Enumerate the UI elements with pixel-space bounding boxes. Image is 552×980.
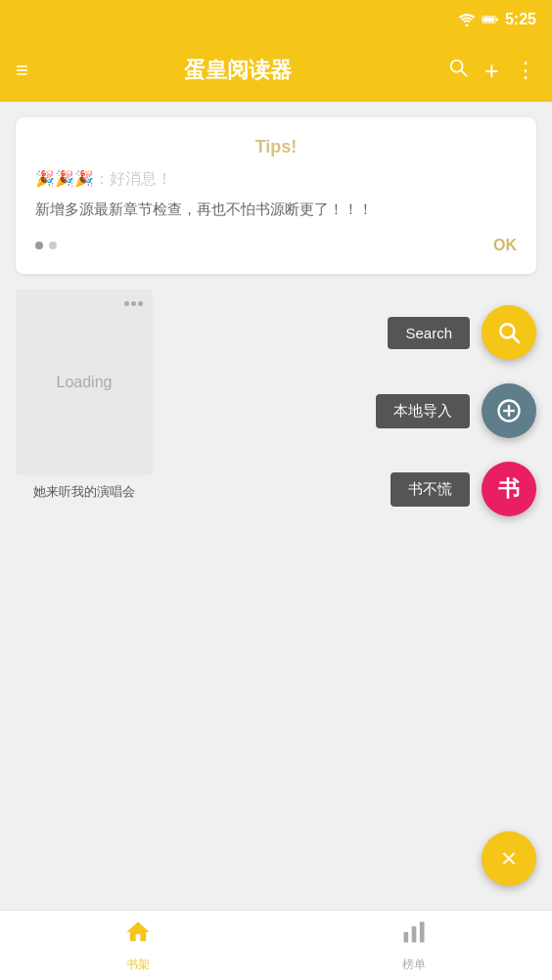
add-icon[interactable]: + xyxy=(484,56,499,86)
fab-import-row: 本地导入 xyxy=(376,383,536,438)
book-not-panic-fab-button[interactable]: 书 xyxy=(482,462,536,516)
svg-line-5 xyxy=(461,70,467,76)
book-not-panic-label[interactable]: 书不慌 xyxy=(391,472,470,507)
fab-search-row: Search xyxy=(388,305,536,360)
app-bar: ≡ 蛋皇阅读器 + ⋮ xyxy=(0,39,552,102)
svg-rect-11 xyxy=(404,932,409,943)
close-fab-button[interactable]: × xyxy=(482,831,536,886)
dot-1 xyxy=(35,242,43,249)
tips-dots xyxy=(35,242,57,249)
status-bar: 5:25 xyxy=(0,0,552,39)
close-fab-container: × xyxy=(482,831,536,886)
svg-rect-3 xyxy=(483,18,495,22)
status-icons: 5:25 xyxy=(458,11,536,28)
book-cover[interactable]: Loading xyxy=(16,290,153,475)
ok-button[interactable]: OK xyxy=(493,237,517,254)
svg-point-6 xyxy=(500,324,514,337)
bookshelf-icon xyxy=(124,918,152,953)
nav-rankings[interactable]: 榜单 xyxy=(276,911,552,980)
tips-emoji-line: 🎉🎉🎉：好消息！ xyxy=(35,169,517,190)
tips-content: 新增多源最新章节检查，再也不怕书源断更了！！！ xyxy=(35,198,517,221)
fab-menu: Search 本地导入 书不慌 书 xyxy=(376,305,536,516)
local-import-fab-button[interactable] xyxy=(482,383,536,438)
local-import-label[interactable]: 本地导入 xyxy=(376,394,470,428)
bottom-nav: 书架 榜单 xyxy=(0,910,552,980)
tips-card: Tips! 🎉🎉🎉：好消息！ 新增多源最新章节检查，再也不怕书源断更了！！！ O… xyxy=(16,117,536,274)
svg-line-7 xyxy=(513,336,520,343)
nav-bookshelf[interactable]: 书架 xyxy=(0,911,276,980)
app-title: 蛋皇阅读器 xyxy=(44,56,432,85)
svg-point-0 xyxy=(465,24,468,27)
svg-rect-2 xyxy=(496,19,498,22)
dot-2 xyxy=(49,242,57,249)
bookshelf-label: 书架 xyxy=(126,957,150,973)
book-char: 书 xyxy=(498,474,520,504)
main-content: Loading 她来听我的演唱会 Search 本地导入 xyxy=(0,290,552,896)
status-time: 5:25 xyxy=(505,11,536,28)
svg-point-4 xyxy=(450,61,462,72)
book-card: Loading 她来听我的演唱会 xyxy=(16,290,153,501)
tips-footer: OK xyxy=(35,237,517,254)
wifi-icon xyxy=(458,13,476,26)
book-options-icon[interactable] xyxy=(124,299,143,308)
tips-title: Tips! xyxy=(35,137,517,157)
menu-icon[interactable]: ≡ xyxy=(16,58,28,83)
more-icon[interactable]: ⋮ xyxy=(515,58,536,83)
book-title: 她来听我的演唱会 xyxy=(33,483,135,501)
search-fab-button[interactable] xyxy=(482,305,536,360)
rankings-label: 榜单 xyxy=(402,957,426,973)
close-icon: × xyxy=(501,843,517,874)
loading-text: Loading xyxy=(57,374,113,391)
fab-booknopanic-row: 书不慌 书 xyxy=(391,462,536,516)
rankings-icon xyxy=(400,918,428,953)
search-label[interactable]: Search xyxy=(388,317,470,349)
battery-icon xyxy=(482,13,499,26)
search-icon[interactable] xyxy=(447,57,469,84)
svg-rect-13 xyxy=(420,921,425,942)
svg-rect-12 xyxy=(412,926,417,942)
